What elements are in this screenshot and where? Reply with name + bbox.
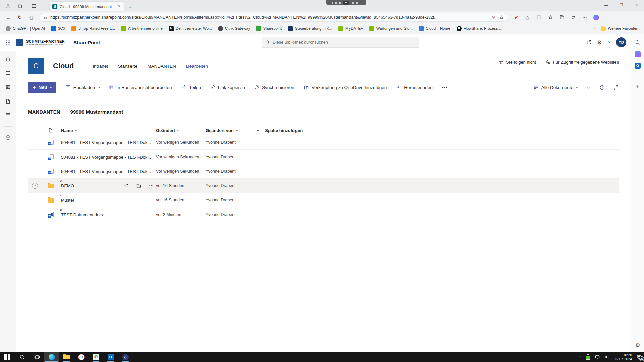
- drag-grip[interactable]: [352, 2, 360, 4]
- sync-button[interactable]: Synchronisieren: [254, 85, 294, 90]
- view-selector[interactable]: Alle Dokumente: [533, 85, 578, 90]
- account-avatar[interactable]: YD: [616, 37, 626, 47]
- help-icon[interactable]: ?: [608, 40, 610, 45]
- bookmark-item[interactable]: 3 Top-Rated Free L...: [68, 24, 118, 33]
- table-row[interactable]: Muster vor 16 Stunden Yvonne Drabent: [28, 193, 619, 207]
- taskbar-clock[interactable]: 10:20 12.07.2024: [614, 353, 632, 361]
- task-view-icon[interactable]: [30, 352, 44, 362]
- folder-name[interactable]: Muster: [61, 198, 74, 203]
- copilot-icon[interactable]: [591, 13, 601, 22]
- rail-home-icon[interactable]: [5, 56, 11, 62]
- collections-icon[interactable]: [557, 13, 567, 22]
- bookmarks-overflow-icon[interactable]: ›: [591, 26, 598, 31]
- settings-gear-icon[interactable]: ⚙: [597, 39, 602, 46]
- file-name[interactable]: TEST-Dokument.docx: [61, 212, 104, 217]
- bookmark-item[interactable]: Wartungen und Stö...: [366, 24, 416, 33]
- drag-grip[interactable]: [332, 2, 341, 4]
- search-input[interactable]: [273, 40, 416, 45]
- column-modified[interactable]: Geändert: [156, 128, 206, 133]
- info-icon[interactable]: [599, 85, 605, 90]
- bookmark-item[interactable]: ChatGPT | OpenAI: [3, 24, 48, 33]
- table-row[interactable]: W 504081 - TEST Vorgangsmappe - TEST-Dok…: [28, 150, 619, 164]
- row-more-icon[interactable]: [149, 183, 154, 188]
- add-column-button[interactable]: + Spalte hinzufügen: [257, 128, 619, 133]
- taskbar-phone-icon[interactable]: ✆: [89, 352, 103, 362]
- taskbar-explorer-icon[interactable]: [59, 352, 74, 362]
- bookmark-item[interactable]: 3CX: [48, 24, 68, 33]
- url-input[interactable]: [50, 15, 489, 20]
- sidebar-outlook-icon[interactable]: O: [635, 63, 641, 69]
- screen-share-toolbar[interactable]: ▼: [326, 0, 366, 5]
- table-row[interactable]: W TEST-Dokument.docx vor 2 Minuten Yvonn…: [28, 207, 619, 222]
- row-add-shortcut-icon[interactable]: [136, 183, 141, 188]
- close-button[interactable]: ✕: [629, 0, 644, 10]
- rail-sites-globe-icon[interactable]: [5, 70, 11, 76]
- nav-startseite[interactable]: Startseite: [118, 64, 137, 69]
- fullscreen-icon[interactable]: [613, 85, 619, 90]
- company-logo[interactable]: SCHMITZ+PARTNER STEUERBERATUNGSGESELLSCH…: [16, 39, 65, 46]
- workspaces-icon[interactable]: [15, 2, 25, 10]
- bookmark-item[interactable]: Arbeitnehmer online: [118, 24, 166, 33]
- nav-bearbeiten[interactable]: Bearbeiten: [186, 64, 208, 69]
- collapse-toolbar-icon[interactable]: ▼: [343, 1, 349, 5]
- taskbar-edge-icon[interactable]: [44, 352, 59, 362]
- new-button[interactable]: + Neu: [28, 82, 56, 93]
- favorite-star-icon[interactable]: [499, 15, 504, 20]
- taskbar-search-icon[interactable]: [15, 352, 30, 362]
- favorites-bar-icon[interactable]: [545, 13, 555, 22]
- bookmark-item[interactable]: Steuerberatung in K...: [285, 24, 335, 33]
- maximize-button[interactable]: ❐: [614, 0, 629, 10]
- breadcrumb-parent[interactable]: MANDANTEN: [28, 109, 60, 115]
- browser-essentials-icon[interactable]: [568, 13, 578, 22]
- filter-icon[interactable]: [586, 85, 591, 90]
- nav-mandanten[interactable]: MANDANTEN: [147, 64, 176, 69]
- download-button[interactable]: Herunterladen: [396, 85, 433, 90]
- notification-center-icon[interactable]: 21: [636, 354, 642, 360]
- upload-button[interactable]: Hochladen: [65, 85, 100, 90]
- network-icon[interactable]: [595, 354, 600, 360]
- onedrive-shortcut-button[interactable]: Verknüpfung zu OneDrive hinzufügen: [304, 85, 387, 90]
- copy-link-button[interactable]: Link kopieren: [210, 85, 245, 90]
- start-button[interactable]: [0, 352, 15, 362]
- sidebar-search-icon[interactable]: [634, 39, 641, 46]
- tab-actions-icon[interactable]: [29, 2, 39, 10]
- minimize-button[interactable]: —: [599, 0, 614, 10]
- sidebar-copilot-icon[interactable]: [635, 51, 641, 57]
- bookmark-item[interactable]: Sharepoint: [253, 24, 285, 33]
- folder-name[interactable]: DEMO: [61, 183, 74, 188]
- share-button[interactable]: Teilen: [181, 85, 201, 90]
- bookmark-item[interactable]: Citrix Gateway: [215, 24, 253, 33]
- refresh-icon[interactable]: ↻: [15, 13, 25, 22]
- table-row-selected[interactable]: DEMO vor 16 Stunden Yvonne Drabent: [28, 179, 619, 193]
- browser-tab[interactable]: S Cloud - 99999 Mustermandant - ✕: [50, 2, 124, 11]
- battery-icon[interactable]: [586, 355, 590, 360]
- rail-create-icon[interactable]: [5, 135, 11, 141]
- rail-news-icon[interactable]: [5, 84, 11, 90]
- row-selected-check-icon[interactable]: [32, 183, 38, 189]
- more-commands-button[interactable]: •••: [442, 85, 448, 90]
- taskbar-outlook-icon[interactable]: O: [103, 352, 118, 362]
- table-row[interactable]: W 504081 - TEST Vorgangsmappe - TEST-Dok…: [28, 164, 619, 179]
- read-aloud-icon[interactable]: A): [491, 15, 495, 20]
- file-type-column-icon[interactable]: [45, 128, 57, 133]
- row-share-icon[interactable]: [123, 183, 128, 188]
- tray-expand-icon[interactable]: ⌃: [579, 355, 582, 359]
- file-name[interactable]: 504081 - TEST Vorgangsmappe - TEST-Dok..…: [57, 155, 156, 160]
- volume-icon[interactable]: [604, 354, 610, 360]
- address-bar[interactable]: A): [39, 13, 508, 22]
- follow-site-button[interactable]: Sie folgen nicht: [499, 60, 536, 65]
- shared-sites-button[interactable]: Für Zugriff freigegebene Websites: [545, 59, 619, 65]
- sidebar-settings-gear-icon[interactable]: ⚙: [634, 341, 641, 349]
- bookmark-item[interactable]: MyDATEV: [335, 24, 366, 33]
- site-title[interactable]: Cloud: [53, 62, 74, 70]
- bookmark-item[interactable]: Cloud – Home: [416, 24, 453, 33]
- grid-edit-button[interactable]: In Rasteransicht bearbeiten: [108, 85, 172, 90]
- new-tab-button[interactable]: +: [129, 4, 132, 10]
- extension-puzzle-icon[interactable]: [523, 13, 533, 22]
- browser-menu-icon[interactable]: [580, 13, 590, 22]
- tab-close-icon[interactable]: ✕: [117, 4, 121, 9]
- file-name[interactable]: 504081 - TEST Vorgangsmappe - TEST-Dok..…: [57, 169, 156, 174]
- share-site-icon[interactable]: [586, 40, 592, 45]
- home-icon[interactable]: [26, 13, 36, 22]
- bookmark-item[interactable]: FFlowShare: Prozess-...: [453, 24, 505, 33]
